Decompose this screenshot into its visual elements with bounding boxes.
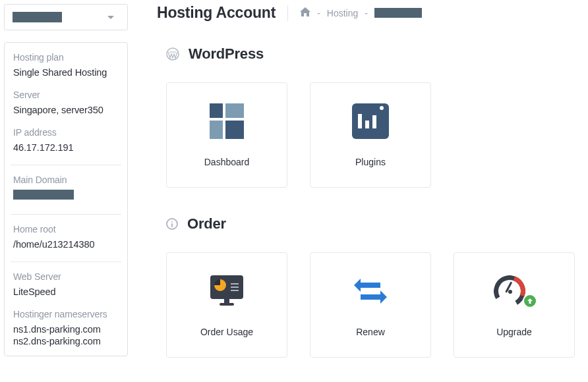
page-title: Hosting Account	[157, 4, 276, 22]
page-header: Hosting Account - Hosting -	[157, 4, 583, 22]
separator	[11, 261, 121, 262]
card-label-dashboard: Dashboard	[204, 157, 250, 167]
home-icon[interactable]	[300, 7, 310, 18]
wordpress-icon	[166, 47, 179, 61]
upgrade-badge-icon	[523, 294, 537, 308]
nameserver-2: ns2.dns-parking.com	[13, 336, 119, 346]
breadcrumb-separator: -	[365, 8, 368, 18]
upgrade-icon	[494, 273, 535, 310]
nameservers-label: Hostinger nameservers	[13, 309, 119, 319]
domain-select-value	[13, 12, 62, 22]
card-label-order-usage: Order Usage	[200, 327, 253, 337]
card-label-upgrade: Upgrade	[496, 327, 532, 337]
separator	[11, 214, 121, 215]
home-root-label: Home root	[13, 224, 119, 234]
card-label-plugins: Plugins	[355, 157, 386, 167]
server-label: Server	[13, 90, 119, 100]
main-domain-label: Main Domain	[13, 175, 119, 185]
ip-address-label: IP address	[13, 127, 119, 138]
breadcrumb-current	[374, 8, 422, 18]
card-order-usage[interactable]: Order Usage	[166, 252, 287, 358]
main-content: Hosting Account - Hosting - WordPress	[132, 0, 588, 382]
web-server-value: LiteSpeed	[13, 286, 119, 297]
order-cards: Order Usage Renew	[157, 252, 583, 358]
card-plugins[interactable]: Plugins	[310, 82, 431, 188]
ip-address-value: 46.17.172.191	[13, 142, 119, 153]
breadcrumb-separator: -	[317, 8, 320, 18]
separator	[11, 165, 121, 165]
main-domain-value	[13, 190, 74, 200]
domain-select-dropdown[interactable]	[4, 4, 128, 30]
breadcrumb: - Hosting -	[300, 7, 422, 18]
plugins-icon	[352, 103, 389, 140]
section-title-wordpress: WordPress	[189, 45, 264, 63]
card-dashboard[interactable]: Dashboard	[166, 82, 287, 188]
card-label-renew: Renew	[356, 327, 385, 337]
info-icon	[166, 218, 178, 230]
sidebar: Hosting plan Single Shared Hosting Serve…	[0, 0, 132, 382]
order-usage-icon	[208, 273, 245, 310]
web-server-label: Web Server	[13, 271, 119, 282]
section-title-order: Order	[187, 215, 226, 232]
wordpress-cards: Dashboard Plugins	[157, 82, 583, 188]
card-renew[interactable]: Renew	[310, 252, 431, 358]
section-header-wordpress: WordPress	[157, 45, 583, 63]
section-header-order: Order	[157, 215, 583, 232]
home-root-value: /home/u213214380	[13, 239, 119, 250]
renew-icon	[351, 273, 390, 310]
hosting-plan-label: Hosting plan	[13, 52, 119, 63]
nameserver-1: ns1.dns-parking.com	[13, 324, 119, 335]
hosting-info-panel: Hosting plan Single Shared Hosting Serve…	[4, 42, 128, 356]
hosting-plan-value: Single Shared Hosting	[13, 67, 119, 78]
dashboard-icon	[210, 103, 244, 140]
card-upgrade[interactable]: Upgrade	[454, 252, 575, 358]
breadcrumb-hosting[interactable]: Hosting	[327, 8, 358, 18]
server-value: Singapore, server350	[13, 105, 119, 115]
chevron-down-icon	[107, 16, 114, 19]
header-divider	[287, 5, 288, 21]
